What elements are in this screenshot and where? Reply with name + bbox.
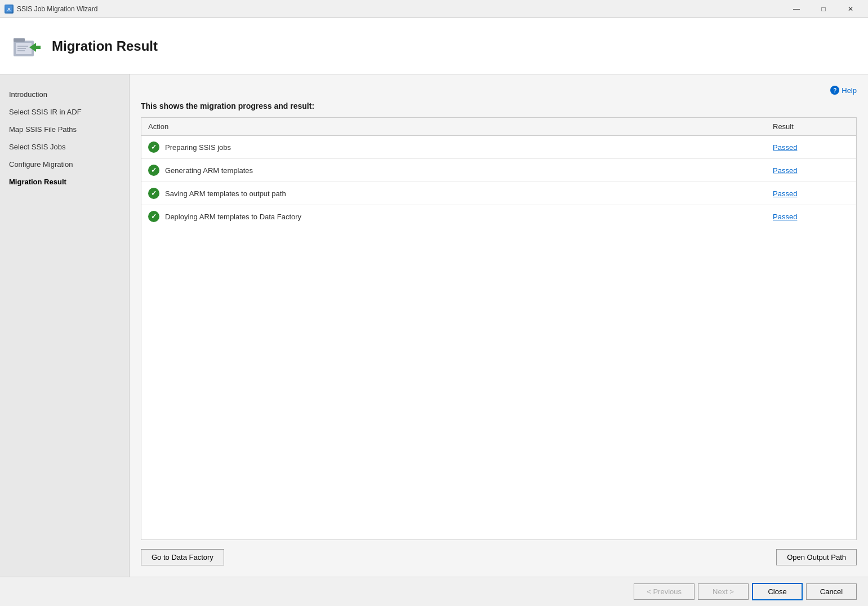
sidebar-item-select-ssis-jobs[interactable]: Select SSIS Jobs	[0, 138, 129, 156]
previous-button[interactable]: < Previous	[634, 583, 695, 600]
table-row: Deploying ARM templates to Data Factory …	[141, 205, 856, 228]
sidebar-item-select-ssis-ir[interactable]: Select SSIS IR in ADF	[0, 103, 129, 121]
table-header-row: Action Result	[141, 118, 856, 136]
title-bar: A SSIS Job Migration Wizard — □ ✕	[0, 0, 868, 18]
minimize-button[interactable]: —	[784, 1, 809, 17]
action-label: Deploying ARM templates to Data Factory	[165, 213, 301, 221]
section-description: This shows the migration progress and re…	[141, 101, 857, 110]
action-cell: Deploying ARM templates to Data Factory	[141, 205, 766, 228]
result-link[interactable]: Passed	[773, 213, 797, 221]
sidebar-item-map-ssis-file-paths[interactable]: Map SSIS File Paths	[0, 121, 129, 138]
open-output-path-button[interactable]: Open Output Path	[776, 549, 857, 565]
maximize-button[interactable]: □	[811, 1, 836, 17]
page-title: Migration Result	[52, 38, 158, 54]
main-window: Migration Result Introduction Select SSI…	[0, 18, 868, 606]
content-area: Introduction Select SSIS IR in ADF Map S…	[0, 74, 868, 577]
result-link[interactable]: Passed	[773, 143, 797, 152]
app-icon: A	[5, 5, 14, 14]
action-column-header: Action	[141, 118, 766, 136]
result-cell: Passed	[766, 182, 856, 205]
action-cell: Preparing SSIS jobs	[141, 136, 766, 159]
sidebar-item-introduction[interactable]: Introduction	[0, 86, 129, 103]
go-to-data-factory-button[interactable]: Go to Data Factory	[141, 549, 224, 565]
result-column-header: Result	[766, 118, 856, 136]
results-table-container: Action Result Preparing SSIS jobs Passed…	[141, 117, 857, 540]
help-icon: ?	[830, 86, 839, 95]
action-cell: Saving ARM templates to output path	[141, 182, 766, 205]
check-icon	[148, 188, 159, 199]
table-row: Generating ARM templates Passed	[141, 159, 856, 182]
check-icon	[148, 141, 159, 153]
table-row: Preparing SSIS jobs Passed	[141, 136, 856, 159]
page-header: Migration Result	[0, 18, 868, 74]
help-label: Help	[842, 86, 857, 95]
action-label: Saving ARM templates to output path	[165, 189, 286, 198]
svg-rect-3	[14, 38, 25, 42]
result-cell: Passed	[766, 136, 856, 159]
cancel-button[interactable]: Cancel	[806, 583, 857, 600]
next-button[interactable]: Next >	[698, 583, 749, 600]
action-cell: Generating ARM templates	[141, 159, 766, 182]
help-link[interactable]: ? Help	[830, 86, 857, 95]
window-controls: — □ ✕	[784, 1, 863, 17]
sidebar: Introduction Select SSIS IR in ADF Map S…	[0, 74, 130, 577]
result-link[interactable]: Passed	[773, 166, 797, 175]
sidebar-item-configure-migration[interactable]: Configure Migration	[0, 156, 129, 173]
bottom-buttons-row: Go to Data Factory Open Output Path	[141, 549, 857, 565]
check-icon	[148, 165, 159, 176]
footer: < Previous Next > Close Cancel	[0, 577, 868, 606]
window-title: SSIS Job Migration Wizard	[17, 5, 784, 13]
help-row: ? Help	[141, 86, 857, 95]
check-icon	[148, 211, 159, 222]
close-button[interactable]: Close	[752, 583, 803, 600]
table-row: Saving ARM templates to output path Pass…	[141, 182, 856, 205]
main-content: ? Help This shows the migration progress…	[130, 74, 868, 577]
action-label: Preparing SSIS jobs	[165, 143, 231, 152]
svg-text:A: A	[7, 7, 11, 12]
sidebar-item-migration-result[interactable]: Migration Result	[0, 173, 129, 191]
close-window-button[interactable]: ✕	[838, 1, 863, 17]
result-cell: Passed	[766, 159, 856, 182]
header-icon	[11, 30, 43, 62]
result-cell: Passed	[766, 205, 856, 228]
results-table: Action Result Preparing SSIS jobs Passed…	[141, 118, 856, 228]
action-label: Generating ARM templates	[165, 166, 253, 175]
result-link[interactable]: Passed	[773, 189, 797, 198]
